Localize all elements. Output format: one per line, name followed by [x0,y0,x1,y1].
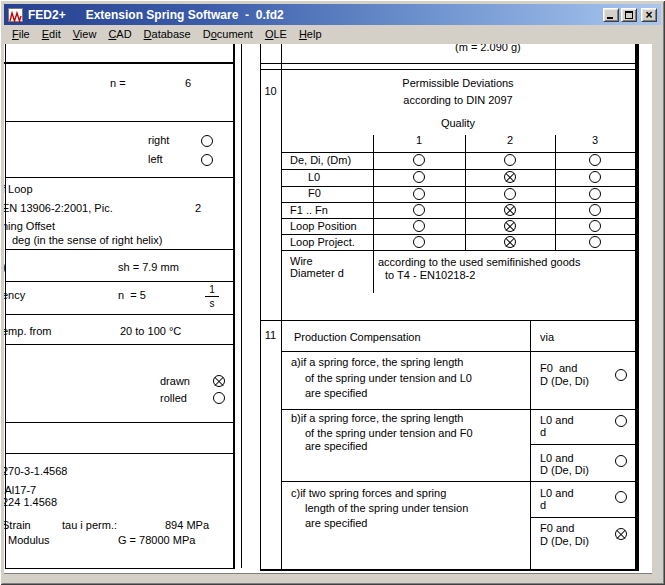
minimize-button[interactable] [603,8,619,22]
border-line [233,44,235,568]
loop-line3: ning Offset [4,220,55,233]
case-a-line2: of the spring under tension and L0 [305,372,472,385]
direction-right-label: right [148,134,169,147]
menu-ole[interactable]: OLE [259,26,293,42]
row-label-dedidm: De, Di, (Dm) [290,154,351,167]
radio-dedidm-q3 [589,154,601,166]
border-line [281,152,635,153]
wire-text-1: according to the used semifinished goods [378,256,580,269]
minimize-icon [607,17,613,19]
border-line [5,281,233,282]
row-label-loop-project: Loop Project. [290,236,355,249]
radio-l0-q2 [504,171,516,183]
border-line [373,135,374,293]
loop-line2-value: 2 [195,202,201,215]
border-line [4,62,235,64]
border-line [5,121,233,122]
case-c-line3: are specified [305,517,367,530]
radio-drawn [213,375,225,387]
menu-help[interactable]: Help [293,26,328,42]
document-area: (m = 2.090 g) n = 6 right left f Loop EN… [4,44,652,573]
loop-line2: EN 13906-2:2001, Pic. [4,202,113,215]
radio-loop-project-q3 [589,236,601,248]
close-icon: × [642,8,656,22]
window-buttons: × [603,8,657,22]
quality-col-1: 1 [373,134,465,147]
radio-rolled [213,392,225,404]
fraction-denominator: s [202,297,222,309]
rolled-label: rolled [160,392,187,405]
border-line [241,44,242,568]
radio-f0-q2 [504,188,516,200]
modulus-value: G = 78000 MPa [118,534,195,547]
coils-label: n = [110,77,126,90]
temperature-value: 20 to 100 °C [120,325,181,338]
title-bar[interactable]: FED2+ Extension Spring Software - 0.fd2 … [4,4,661,25]
radio-f1fn-q1 [413,204,425,216]
border-line [5,568,235,569]
menu-database[interactable]: Database [138,26,197,42]
case-c-opt1-line2: d [540,499,546,512]
border-line [260,44,261,571]
menu-cad[interactable]: CAD [102,26,137,42]
window-title: FED2+ Extension Spring Software - 0.fd2 [28,8,603,22]
sh-prefix: ) [4,261,6,274]
border-line [260,63,639,64]
menu-edit[interactable]: Edit [36,26,67,42]
maximize-icon [625,11,633,19]
radio-f1fn-q3 [589,204,601,216]
border-line [465,135,466,250]
row-label-f1fn: F1 .. Fn [290,204,328,217]
case-b-opt2-line2: D (De, Di) [540,464,589,477]
row-label-loop-position: Loop Position [290,220,357,233]
strain-mid-label: tau i perm.: [62,519,117,532]
maximize-button[interactable] [621,8,637,22]
case-c-line2: length of the spring under tension [305,502,468,515]
close-button[interactable]: × [641,8,657,22]
border-line [5,249,233,250]
radio-direction-left [201,154,213,166]
radio-dedidm-q1 [413,154,425,166]
radio-direction-right [201,135,213,147]
radio-case-c-opt2 [615,528,627,540]
drawn-label: drawn [160,375,190,388]
radio-f1fn-q2 [504,204,516,216]
radio-dedidm-q2 [504,154,516,166]
row-label-l0: L0 [308,171,320,184]
menu-file[interactable]: File [6,26,36,42]
modulus-label: Modulus [8,534,50,547]
deviations-subtitle: according to DIN 2097 [281,94,635,107]
case-b-opt1-line2: d [540,426,546,439]
border-line [530,517,635,518]
radio-loop-position-q2 [504,220,516,232]
menu-document[interactable]: Document [197,26,259,42]
border-line [281,202,635,203]
case-a-opt1-line1: F0 and [540,362,577,375]
radio-case-b-opt2 [615,455,627,467]
frequency-value: n = 5 [118,289,146,302]
row-label-f0: F0 [308,187,321,200]
coils-value: 6 [185,77,191,90]
fraction-numerator: 1 [205,284,219,297]
app-icon[interactable] [8,8,23,22]
border-line [260,69,639,70]
loop-line1: f Loop [4,183,33,196]
sh-value: sh = 7.9 mm [118,261,179,274]
border-line [281,250,635,251]
radio-l0-q1 [413,171,425,183]
direction-left-label: left [148,153,163,166]
border-line [5,314,233,315]
radio-case-c-opt1 [615,491,627,503]
quality-label: Quality [281,117,635,130]
radio-case-b-opt1 [615,415,627,427]
case-c-opt2-line2: D (De, Di) [540,535,589,548]
wire-label-2: Diameter d [290,267,344,280]
border-line [530,444,635,445]
menu-view[interactable]: View [67,26,103,42]
deviations-title: Permissible Deviations [281,77,635,90]
case-a-opt1-line2: D (De, Di) [540,375,589,388]
border-line [260,569,639,571]
radio-loop-project-q1 [413,236,425,248]
quality-col-2: 2 [465,134,555,147]
strain-label: Strain [4,519,31,532]
